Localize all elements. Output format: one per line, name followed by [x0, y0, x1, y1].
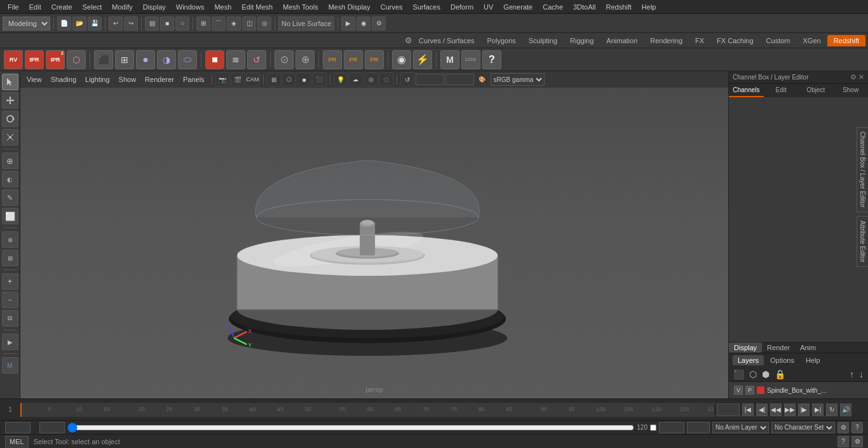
shelf-tab-fx-caching[interactable]: FX Caching: [710, 35, 759, 46]
vp-wireframe-icon[interactable]: ⬡: [282, 72, 296, 86]
move-tool-button[interactable]: [2, 92, 18, 109]
shelf-icon-pr3[interactable]: PR: [365, 50, 384, 69]
pb-settings-btn[interactable]: ⚙: [837, 422, 849, 433]
menu-edit-mesh[interactable]: Edit Mesh: [236, 2, 278, 12]
maya-logo-button[interactable]: M: [2, 357, 18, 374]
new-scene-button[interactable]: 📄: [57, 17, 71, 31]
soft-select-button[interactable]: ◐: [2, 171, 18, 187]
vp-field1[interactable]: 0.00: [416, 74, 444, 85]
shelf-icon-rs-logo1[interactable]: ⊙: [275, 50, 294, 69]
layer-action-4[interactable]: 🔒: [773, 369, 787, 379]
layer-anim-tab[interactable]: Anim: [795, 343, 821, 353]
menu-deform[interactable]: Deform: [445, 2, 478, 12]
pb-max-frame[interactable]: 200: [687, 422, 710, 433]
layer-action-3[interactable]: ⬢: [760, 369, 771, 379]
shelf-icon-rv[interactable]: RV: [4, 50, 23, 69]
select-tool-button[interactable]: [2, 74, 18, 90]
menu-windows[interactable]: Windows: [171, 2, 210, 12]
shelf-icon-loop[interactable]: ↺: [247, 50, 266, 69]
layer-display-tab[interactable]: Display: [729, 343, 762, 353]
layer-playback-toggle[interactable]: P: [745, 386, 754, 395]
shelf-icon-wires[interactable]: ≋: [226, 50, 245, 69]
shelf-tab-redshift[interactable]: Redshift: [827, 35, 865, 46]
shelf-tab-sculpting[interactable]: Sculpting: [522, 35, 564, 46]
menu-help[interactable]: Help: [637, 2, 661, 12]
vp-aa-btn[interactable]: ◌: [379, 72, 393, 86]
tab-object[interactable]: Object: [799, 84, 834, 97]
menu-mesh-tools[interactable]: Mesh Tools: [278, 2, 323, 12]
vp-menu-renderer[interactable]: Renderer: [141, 74, 178, 85]
tab-show[interactable]: Show: [833, 84, 868, 97]
pb-extra-btn[interactable]: ?: [851, 422, 863, 433]
vp-light-btn[interactable]: 💡: [334, 72, 348, 86]
select-by-hierarchy[interactable]: ▤: [145, 17, 159, 31]
layers-tab[interactable]: Layers: [733, 355, 764, 365]
menu-edit[interactable]: Edit: [24, 2, 46, 12]
select-by-component[interactable]: ■: [160, 17, 174, 31]
shelf-tab-rigging[interactable]: Rigging: [564, 35, 600, 46]
anim-layer-dropdown[interactable]: No Anim Layer: [712, 422, 769, 433]
shelf-icon-log[interactable]: LOG: [461, 50, 480, 69]
shelf-icon-rs-logo2[interactable]: ⊕: [295, 50, 315, 69]
shelf-icon-help[interactable]: ?: [482, 50, 501, 69]
save-scene-button[interactable]: 💾: [88, 17, 102, 31]
play-back-button[interactable]: ◀◀: [770, 404, 782, 416]
menu-3dtoall[interactable]: 3DtoAll: [568, 2, 600, 12]
menu-select[interactable]: Select: [78, 2, 107, 12]
shelf-icon-ipr2[interactable]: IPR2: [46, 50, 65, 69]
select-by-object[interactable]: ○: [175, 17, 189, 31]
viewport-canvas[interactable]: X Y Z persp: [20, 88, 728, 398]
shelf-icon-sphere[interactable]: ●: [136, 50, 155, 69]
shelf-icon-rs-mat[interactable]: M: [440, 50, 459, 69]
scale-tool-button[interactable]: [2, 129, 18, 146]
vp-colorspace-select[interactable]: sRGB gamma: [491, 73, 545, 86]
shelf-icon-subdiv[interactable]: ⊞: [115, 50, 134, 69]
shelf-icon-cube[interactable]: ⬛: [94, 50, 113, 69]
snap-grid[interactable]: ⊞: [196, 17, 210, 31]
help-tab[interactable]: Help: [801, 355, 825, 365]
menu-uv[interactable]: UV: [478, 2, 498, 12]
layer-sort-desc[interactable]: ↓: [857, 369, 865, 379]
menu-mesh[interactable]: Mesh: [209, 2, 236, 12]
shelf-icon-redobj[interactable]: ■: [205, 50, 224, 69]
menu-modify[interactable]: Modify: [107, 2, 137, 12]
shelf-tab-curves-surfaces[interactable]: Curves / Surfaces: [412, 35, 480, 46]
panel-settings-icon[interactable]: ⚙: [850, 73, 857, 81]
render-settings-button[interactable]: ⚙: [372, 17, 386, 31]
snap-to-grid[interactable]: ⊞: [2, 250, 18, 266]
snap-view-plane[interactable]: ◫: [242, 17, 256, 31]
menu-redshift[interactable]: Redshift: [600, 2, 636, 12]
paint-tool-button[interactable]: ✎: [2, 189, 18, 206]
vp-field2[interactable]: 1.00: [445, 74, 474, 85]
vp-camera-icon[interactable]: 📷: [215, 72, 229, 86]
pb-frame-current[interactable]: 1: [5, 422, 31, 433]
channel-box-layer-editor-tab[interactable]: Channel Box / Layer Editor: [857, 127, 868, 212]
shelf-icon-ipr[interactable]: IPR: [25, 50, 44, 69]
shelf-gear-icon[interactable]: ⚙: [405, 36, 412, 45]
snap-point[interactable]: ◈: [227, 17, 241, 31]
menu-file[interactable]: File: [3, 2, 24, 12]
shelf-tab-custom[interactable]: Custom: [760, 35, 797, 46]
vp-menu-view[interactable]: View: [23, 74, 46, 85]
layer-name[interactable]: Spindle_Box_with_10_l: [767, 387, 831, 394]
shelf-icon-rs-light[interactable]: ⚡: [413, 50, 432, 69]
vp-menu-show[interactable]: Show: [115, 74, 140, 85]
marquee-select-button[interactable]: ⬜: [2, 208, 18, 224]
add-attr-button[interactable]: +: [2, 273, 18, 290]
tab-channels[interactable]: Channels: [729, 84, 764, 97]
layer-render-tab[interactable]: Render: [762, 343, 795, 353]
pb-range-end[interactable]: 120: [659, 422, 684, 433]
ipr-render-button[interactable]: ◉: [356, 17, 370, 31]
open-scene-button[interactable]: 📂: [72, 17, 86, 31]
layer-action-1[interactable]: ⬛: [731, 369, 746, 379]
vp-menu-lighting[interactable]: Lighting: [81, 74, 114, 85]
snap-curve[interactable]: ⌒: [212, 17, 226, 31]
shelf-icon-portal[interactable]: ⬭: [178, 50, 197, 69]
timeline-current-frame[interactable]: 1: [717, 404, 740, 416]
go-to-end-button[interactable]: ▶|: [812, 404, 824, 416]
rotate-tool-button[interactable]: [2, 111, 18, 127]
vp-film-icon[interactable]: 🎬: [231, 72, 245, 86]
shelf-icon-proxy[interactable]: ⬡: [67, 50, 86, 69]
pb-range-start[interactable]: 1: [39, 422, 65, 433]
render-quick[interactable]: ▶: [2, 334, 18, 350]
